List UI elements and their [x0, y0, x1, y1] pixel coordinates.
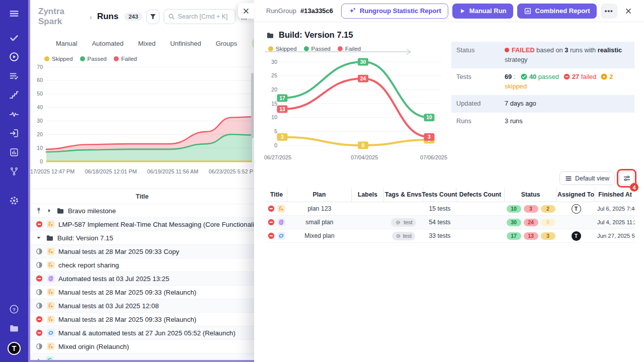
failed-status-icon: [267, 205, 275, 213]
run-title: Build: Version 7.15: [57, 234, 113, 242]
column-assigned-to[interactable]: Assigned To: [557, 188, 595, 202]
column-status[interactable]: Status: [505, 188, 557, 202]
list-item[interactable]: Automated tests at 03 Jul 2025 13:25: [30, 272, 254, 286]
table-row[interactable]: Mixed plan test 33 tests 17133 T Jun 27,…: [266, 229, 635, 243]
plan-cell[interactable]: Mixed plan: [287, 229, 352, 242]
list-item[interactable]: Manual tests at 03 Jul 2025 12:08: [30, 299, 254, 313]
svg-text:15: 15: [271, 101, 277, 107]
plan-cell[interactable]: small plan: [287, 216, 352, 229]
column-tests-count[interactable]: Tests Count: [423, 188, 456, 202]
manual-run-button[interactable]: Manual Run: [452, 4, 513, 19]
column-defects-count[interactable]: Defects Count: [456, 188, 505, 202]
column-finished-at[interactable]: Finished At: [595, 188, 635, 202]
runs-count-badge: 243: [124, 13, 142, 21]
assigned-cell: T: [557, 202, 595, 215]
assigned-cell: T: [557, 229, 595, 242]
list-item[interactable]: LMP-587 Implement Real-Time Chat Messagi…: [30, 218, 254, 231]
list-item[interactable]: check report sharing: [30, 258, 254, 272]
filter-button[interactable]: [146, 10, 159, 24]
tab-groups[interactable]: Groups: [216, 40, 237, 47]
tag-pill[interactable]: test: [391, 218, 416, 227]
manual-origin-icon: [47, 247, 55, 255]
assignee-avatar[interactable]: T: [572, 231, 581, 241]
svg-text:0: 0: [274, 142, 277, 148]
chevron-right-icon[interactable]: [46, 207, 53, 214]
combined-report-button[interactable]: Combined Report: [517, 4, 597, 19]
settings-gear-icon[interactable]: [9, 195, 20, 206]
drawer-edge-close-button[interactable]: [238, 3, 254, 19]
gear-icon: [394, 220, 401, 225]
search-icon: [168, 13, 175, 20]
dot-circle-icon: [600, 73, 608, 80]
svg-text:5: 5: [274, 128, 277, 134]
table-row[interactable]: plan 123 15 tests 1032 T Jul 6, 2025 7:4…: [266, 202, 635, 216]
user-avatar[interactable]: T: [8, 342, 21, 355]
checkmark-icon[interactable]: [9, 32, 20, 43]
tag-pill[interactable]: test: [392, 232, 416, 240]
test-list-icon[interactable]: [9, 70, 20, 81]
plan-cell[interactable]: plan 123: [287, 202, 352, 215]
automated-origin-icon: [47, 275, 55, 283]
run-title: check report sharing: [58, 261, 119, 269]
svg-text:25: 25: [271, 72, 277, 78]
column-tags-envs[interactable]: Tags & Envs: [384, 188, 423, 202]
list-item[interactable]: Manual tests at 28 Mar 2025 09:33 (Relau…: [30, 313, 254, 326]
column-plan[interactable]: Plan: [287, 188, 352, 202]
tab-automated[interactable]: Automated: [92, 40, 124, 47]
legend-skipped: Skipped: [52, 56, 73, 62]
list-item[interactable]: Bravo milestone: [30, 204, 254, 218]
svg-text:20: 20: [271, 86, 277, 93]
search-input[interactable]: [178, 13, 231, 20]
column-title[interactable]: Title: [266, 188, 287, 202]
tab-unfinished[interactable]: Unfinished: [170, 40, 201, 47]
signin-icon[interactable]: [9, 128, 20, 139]
projects-folder-icon[interactable]: [9, 323, 20, 334]
in-progress-status-icon: [35, 302, 43, 310]
svg-text:30: 30: [37, 118, 43, 124]
detail-label: Tests: [456, 72, 505, 91]
folder-icon: [266, 31, 274, 39]
list-item[interactable]: Manual tests at 28 Mar 2025 09:33 Copy: [30, 245, 254, 258]
svg-text:30: 30: [360, 59, 366, 65]
column-labels[interactable]: Labels: [352, 188, 384, 202]
list-item[interactable]: Manual tests at 28 Mar 2025 09:33 (Relau…: [30, 286, 254, 299]
menu-icon[interactable]: [9, 8, 20, 19]
runs-value: 3 runs: [505, 117, 629, 126]
run-title: Mixed origin (Relaunch): [58, 343, 129, 350]
detail-label: Status: [456, 46, 505, 64]
search-box[interactable]: [164, 9, 235, 24]
list-item[interactable]: Manual & automated tests at 27 Jun 2025 …: [30, 326, 254, 340]
table-row[interactable]: small plan test 54 tests 30240 Jul 4, 20…: [266, 216, 635, 229]
x-label: 06/18/2025 12:01 PM: [85, 168, 137, 174]
help-icon[interactable]: [9, 304, 20, 315]
pulse-icon[interactable]: [9, 109, 20, 120]
failed-dot-icon: [338, 46, 343, 51]
chevron-down-icon[interactable]: [35, 234, 42, 241]
assignee-avatar[interactable]: T: [572, 204, 581, 214]
scrollbar[interactable]: [251, 73, 254, 138]
more-actions-button[interactable]: •••: [601, 4, 617, 19]
list-item[interactable]: Mixed origin (Relaunch): [30, 340, 254, 353]
pin-icon[interactable]: [35, 207, 42, 214]
skipped-dot-icon: [44, 56, 49, 61]
svg-text:40: 40: [37, 104, 43, 110]
run-title: LMP-587 Implement Real-Time Chat Messagi…: [58, 221, 254, 228]
reports-icon[interactable]: [9, 147, 20, 158]
x-label: 07/04/2025: [351, 154, 378, 160]
rungroup-statistic-report-button[interactable]: Rungroup Statistic Report: [341, 4, 448, 19]
branch-icon[interactable]: [9, 166, 20, 177]
tab-manual[interactable]: Manual: [56, 40, 77, 47]
manual-origin-icon: [47, 315, 55, 323]
play-circle-icon[interactable]: [9, 51, 20, 62]
defects-cell: [456, 229, 505, 242]
list-item[interactable]: Build: Version 7.15: [30, 231, 254, 245]
tab-mixed[interactable]: Mixed: [138, 40, 156, 47]
drawer-close-button[interactable]: [621, 4, 636, 19]
svg-text:3: 3: [281, 134, 284, 140]
steps-icon[interactable]: [9, 89, 20, 101]
breadcrumb-app[interactable]: Zyntra Spark: [38, 7, 85, 27]
button-label: Rungroup Statistic Report: [360, 7, 441, 15]
default-view-button[interactable]: Default view: [559, 171, 615, 185]
list-item-partial[interactable]: [30, 353, 254, 360]
tags-cell: test: [384, 229, 423, 242]
